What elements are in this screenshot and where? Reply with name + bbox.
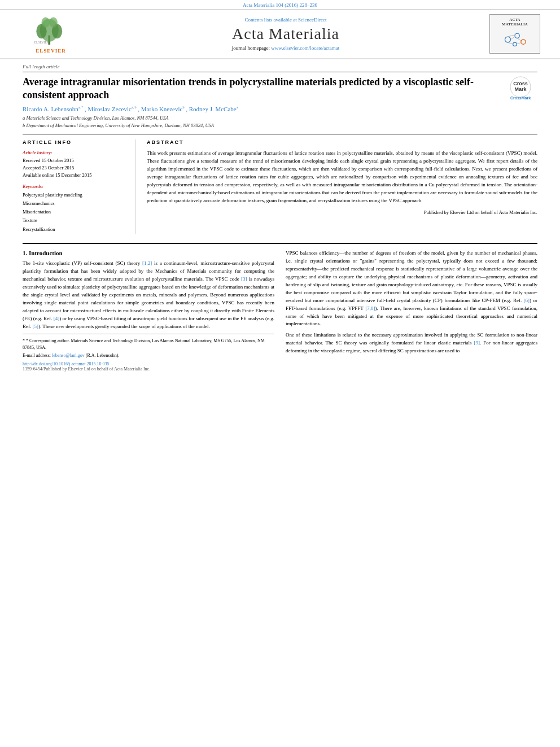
email-suffix: (R.A. Lebensohn). <box>86 353 120 358</box>
body-col-right: VPSC balances efficiency—the number of d… <box>286 250 537 372</box>
author1-sup: a, * <box>78 106 84 109</box>
elsevier-label: ELSEVIER <box>36 48 66 54</box>
issn-text: 1359-6454/Published by Elsevier Ltd on b… <box>23 366 274 372</box>
author3-sup: b <box>182 106 184 109</box>
keyword-5: Recrystallization <box>23 225 128 234</box>
sciencedirect-link[interactable]: Contents lists available at ScienceDirec… <box>90 17 481 23</box>
acta-logo-section: ACTAMATERIALIA <box>481 14 549 54</box>
keyword-3: Misorientation <box>23 208 128 216</box>
info-abstract-section: ARTICLE INFO Article history: Received 1… <box>23 134 537 234</box>
sciencedirect-name[interactable]: ScienceDirect <box>298 17 326 23</box>
svg-text:CrossMark: CrossMark <box>510 96 531 100</box>
main-body: 1. Introduction The 1-site viscoplastic … <box>23 250 537 372</box>
email-label: E-mail address: <box>23 353 51 358</box>
svg-text:Cross: Cross <box>513 81 528 86</box>
journal-citation: Acta Materialia 104 (2016) 228–236 <box>243 2 317 8</box>
author4-sup: a <box>237 106 238 109</box>
author2-name: , Miroslav Zecevic <box>85 106 132 112</box>
author4-name: , Rodney J. McCabe <box>186 106 237 112</box>
article-history: Received 15 October 2015 Accepted 23 Oct… <box>23 157 128 178</box>
footnotes-section: * * Corresponding author. Materials Scie… <box>23 334 274 372</box>
homepage-url[interactable]: www.elsevier.com/locate/actamat <box>271 45 339 51</box>
available-date: Available online 15 December 2015 <box>23 172 128 179</box>
keyword-2: Micromechanics <box>23 199 128 208</box>
svg-point-7 <box>505 37 511 42</box>
intro-text-right-1: VPSC balances efficiency—the number of d… <box>286 250 537 326</box>
acta-logo-icon <box>501 28 529 51</box>
affiliation-a: a Materials Science and Technology Divis… <box>23 115 537 122</box>
author2-sup: a, b <box>132 106 137 109</box>
author1-name: Ricardo A. Lebensohn <box>23 106 78 112</box>
article-type: Full length article <box>23 59 537 72</box>
acta-logo-title: ACTAMATERIALIA <box>502 18 528 27</box>
author3-name: , Marko Knezevic <box>138 106 182 112</box>
svg-line-15 <box>508 34 515 36</box>
keywords-list: Polycrystal plasticity modeling Micromec… <box>23 191 128 234</box>
intro-body-right-2: One of these limitations is related to t… <box>286 331 537 355</box>
affiliation-b: b Department of Mechanical Engineering, … <box>23 122 537 129</box>
body-col-left: 1. Introduction The 1-site viscoplastic … <box>23 250 274 372</box>
authors-line: Ricardo A. Lebensohna, * , Miroslav Zece… <box>23 106 537 112</box>
abstract-panel: ABSTRACT This work presents estimations … <box>147 139 537 234</box>
affiliations: a Materials Science and Technology Divis… <box>23 115 537 129</box>
doi-link[interactable]: http://dx.doi.org/10.1016/j.actamat.2015… <box>23 361 274 366</box>
intro-body-right-1: VPSC balances efficiency—the number of d… <box>286 250 537 328</box>
elsevier-logo-section: ELSEVIER ELSEVIER <box>11 15 90 54</box>
abstract-header: ABSTRACT <box>147 139 537 145</box>
section-number: 1. <box>23 250 27 256</box>
introduction-title: 1. Introduction <box>23 250 274 256</box>
journal-homepage: journal homepage: www.elsevier.com/locat… <box>90 45 481 51</box>
homepage-label: journal homepage: <box>232 45 270 51</box>
svg-line-14 <box>508 42 513 44</box>
keyword-1: Polycrystal plasticity modeling <box>23 191 128 199</box>
keyword-4: Texture <box>23 216 128 225</box>
section-divider <box>23 243 537 244</box>
svg-point-9 <box>521 40 526 44</box>
abstract-body: This work presents estimations of averag… <box>147 150 537 205</box>
svg-text:ELSEVIER: ELSEVIER <box>34 41 49 44</box>
svg-line-12 <box>517 38 522 41</box>
footnote-corresponding: * * Corresponding author. Materials Scie… <box>23 338 274 351</box>
journal-bar: Acta Materialia 104 (2016) 228–236 <box>0 0 560 10</box>
intro-text-left: The 1-site viscoplastic (VP) self-consis… <box>23 260 274 329</box>
sciencedirect-prefix: Contents lists available at <box>245 17 298 23</box>
svg-point-10 <box>513 42 517 46</box>
svg-point-4 <box>42 17 50 27</box>
published-line: Published by Elsevier Ltd on behalf of A… <box>147 209 537 215</box>
crossmark-icon[interactable]: Cross Mark CrossMark <box>504 76 537 104</box>
svg-text:Mark: Mark <box>514 86 527 92</box>
email-link[interactable]: lebenso@lanl.gov <box>52 353 85 358</box>
article-info-header: ARTICLE INFO <box>23 139 128 145</box>
acta-logo-box: ACTAMATERIALIA <box>489 14 540 54</box>
elsevier-tree-icon: ELSEVIER <box>28 15 73 46</box>
intro-text-right-2: One of these limitations is related to t… <box>286 332 537 353</box>
journal-header-center: Contents lists available at ScienceDirec… <box>90 17 481 51</box>
history-title: Article history: <box>23 150 128 155</box>
received-date: Received 15 October 2015 <box>23 157 128 164</box>
svg-point-5 <box>49 17 58 27</box>
footnote-text: * Corresponding author. Materials Scienc… <box>23 338 265 350</box>
page-header: ELSEVIER ELSEVIER Contents lists availab… <box>0 10 560 59</box>
journal-title: Acta Materialia <box>90 25 481 43</box>
svg-point-8 <box>515 33 519 38</box>
section-label: Introduction <box>29 250 63 256</box>
title-text: Average intragranular misorientation tre… <box>23 76 474 101</box>
keywords-title: Keywords: <box>23 184 128 189</box>
article-info-panel: ARTICLE INFO Article history: Received 1… <box>23 139 135 234</box>
article-title: Average intragranular misorientation tre… <box>23 76 537 102</box>
svg-line-11 <box>511 37 515 40</box>
svg-line-13 <box>517 42 521 43</box>
footnote-email: E-mail address: lebenso@lanl.gov (R.A. L… <box>23 352 274 359</box>
intro-body-left: The 1-site viscoplastic (VP) self-consis… <box>23 260 274 330</box>
accepted-date: Accepted 23 October 2015 <box>23 164 128 172</box>
article-content: Full length article Average intragranula… <box>0 59 560 372</box>
